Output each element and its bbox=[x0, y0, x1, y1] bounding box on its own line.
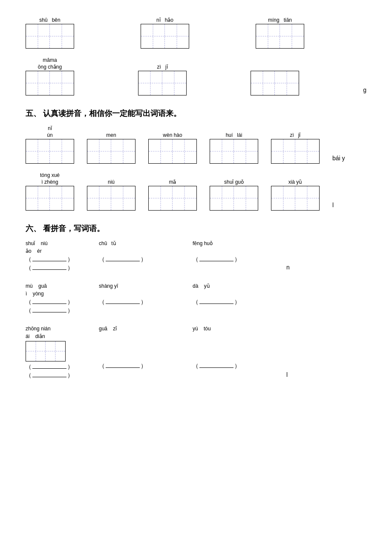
box-shui-guo bbox=[210, 186, 258, 211]
pinyin-ong-chang: ōng chǎng bbox=[38, 64, 62, 70]
word-men: men bbox=[87, 132, 135, 164]
answer-feng-huo: （） bbox=[193, 256, 261, 263]
answer-shang-yi: （） bbox=[99, 298, 167, 306]
box-ni-un bbox=[26, 139, 74, 164]
pinyin-mama: māma bbox=[43, 57, 57, 63]
answer-mu-gua-1: （） bbox=[26, 298, 73, 306]
cell1 bbox=[271, 139, 295, 163]
pinyin-empty5 bbox=[193, 291, 261, 297]
answer-shui-niu-1: （） bbox=[26, 256, 73, 263]
pinyin-empty6 bbox=[99, 333, 167, 339]
cell1 bbox=[26, 186, 50, 210]
answer-chu-tu: （） bbox=[99, 256, 167, 263]
pinyin-un: ún bbox=[47, 132, 52, 138]
section6-row3: zhōng nián ái diǎn （） （） guā zǐ （） yú tó… bbox=[26, 326, 366, 380]
cell2 bbox=[50, 71, 74, 95]
answer-shui-niu-2: （） bbox=[26, 264, 73, 272]
word-mama-ong-chang: māma ōng chǎng bbox=[26, 57, 74, 95]
section6: 六、 看拼音，写词语。 shuǐ niú ǎo ér （） （） chū tǔ … bbox=[26, 223, 366, 380]
group-gua-zi: guā zǐ （） bbox=[99, 326, 167, 371]
pinyin-wen-hao: wèn hào bbox=[163, 132, 182, 138]
cell2 bbox=[275, 71, 299, 95]
group-yu-tou: yú tóu （） bbox=[193, 326, 261, 371]
partial-l2: l bbox=[286, 371, 288, 380]
cell1 bbox=[26, 71, 50, 95]
cell2 bbox=[162, 71, 186, 95]
pinyin-zhong-nian: zhōng nián bbox=[26, 326, 73, 332]
group-chu-tu: chū tǔ （） bbox=[99, 240, 167, 264]
box-wen-hao bbox=[148, 139, 197, 164]
partial-n: n bbox=[286, 264, 290, 273]
section6-row1: shuǐ niú ǎo ér （） （） chū tǔ （） fēng huǒ … bbox=[26, 240, 366, 273]
cell1 bbox=[26, 139, 50, 163]
cell2 bbox=[295, 186, 319, 210]
section6-title: 六、 看拼音，写词语。 bbox=[26, 223, 366, 234]
partial-l: l bbox=[332, 202, 334, 211]
spacer-box2 bbox=[193, 341, 261, 361]
section5: 五、 认真读拼音，相信你一定能写出词语来。 nǐ ún men wèn hào bbox=[26, 108, 366, 211]
small-box-area bbox=[26, 341, 73, 361]
cell2 bbox=[50, 186, 74, 210]
word-ni-un: nǐ ún bbox=[26, 125, 74, 164]
cell1 bbox=[149, 186, 173, 210]
group-feng-huo: fēng huǒ （） bbox=[193, 240, 261, 264]
pinyin-tong-xue: tóng xué bbox=[40, 172, 60, 178]
word-tong-xue-zheng: tóng xué ì zhèng bbox=[26, 172, 74, 211]
word-ma: mǎ bbox=[148, 179, 197, 211]
cell1 bbox=[210, 186, 234, 210]
pinyin-chu-tu: chū tǔ bbox=[99, 240, 167, 246]
cell2 bbox=[50, 139, 74, 163]
cell1 bbox=[26, 24, 50, 48]
word-ming-tian: míng tiān bbox=[256, 17, 304, 49]
cell1 bbox=[271, 186, 295, 210]
word-empty bbox=[251, 64, 299, 95]
box-empty bbox=[251, 71, 299, 95]
pinyin-yu-tou: yú tóu bbox=[193, 326, 261, 332]
cell1 bbox=[87, 186, 111, 210]
pinyin-zi-ji2: zì jǐ bbox=[290, 132, 300, 138]
cell1 bbox=[87, 139, 111, 163]
partial-bai-y: bái y bbox=[332, 155, 345, 164]
cell2 bbox=[173, 139, 196, 163]
answer-zhong-nian-1: （） bbox=[26, 363, 73, 371]
cell1 bbox=[251, 71, 275, 95]
pinyin-xia-yu: xià yǔ bbox=[288, 179, 303, 185]
top-row1: shū běn nǐ hǎo míng tiān bbox=[26, 17, 366, 49]
group-da-yu: dà yǔ （） bbox=[193, 283, 261, 307]
group-mu-gua: mù guā ì yòng （） （） bbox=[26, 283, 73, 315]
answer-yu-tou: （） bbox=[193, 362, 261, 370]
answer-zhong-nian-2: （） bbox=[26, 372, 73, 379]
word-xia-yu: xià yǔ bbox=[271, 179, 320, 211]
pinyin-empty7 bbox=[193, 333, 261, 339]
pinyin-zi-ji: zì jǐ bbox=[157, 64, 168, 70]
word-hui-lai: huí lái bbox=[210, 132, 258, 164]
pinyin-feng-huo: fēng huǒ bbox=[193, 240, 261, 246]
cell1 bbox=[149, 139, 173, 163]
pinyin-men: men bbox=[106, 132, 116, 138]
answer-da-yu: （） bbox=[193, 298, 261, 306]
pinyin-empty3 bbox=[193, 248, 261, 254]
box-hui-lai bbox=[210, 139, 258, 164]
cell2 bbox=[46, 341, 65, 361]
cell1 bbox=[26, 341, 46, 361]
cell2 bbox=[50, 24, 74, 48]
answer-gua-zi: （） bbox=[99, 362, 167, 370]
pinyin-mu-gua: mù guā bbox=[26, 283, 73, 289]
section5-row1: nǐ ún men wèn hào huí lái bbox=[26, 125, 366, 164]
pinyin-hui-lai: huí lái bbox=[226, 132, 242, 138]
word-zi-ji2: zì jǐ bbox=[271, 132, 320, 164]
top-row2: māma ōng chǎng zì jǐ g bbox=[26, 57, 366, 95]
section5-row2: tóng xué ì zhèng niú mǎ shuǐ guǒ bbox=[26, 172, 366, 211]
top-writing-section: shū běn nǐ hǎo míng tiān bbox=[26, 17, 366, 95]
group-shui-niu: shuǐ niú ǎo ér （） （） bbox=[26, 240, 73, 273]
pinyin-ma: mǎ bbox=[169, 179, 176, 185]
pinyin-shui-guo: shuǐ guǒ bbox=[224, 179, 244, 185]
partial-g: g bbox=[363, 87, 366, 95]
pinyin-empty bbox=[274, 64, 275, 70]
cell1 bbox=[138, 71, 162, 95]
word-shui-guo: shuǐ guǒ bbox=[210, 179, 258, 211]
pinyin-i-zheng: ì zhèng bbox=[41, 179, 58, 185]
pinyin-niu: niú bbox=[108, 179, 115, 185]
answer-mu-gua-2: （） bbox=[26, 307, 73, 315]
cell1 bbox=[210, 139, 234, 163]
